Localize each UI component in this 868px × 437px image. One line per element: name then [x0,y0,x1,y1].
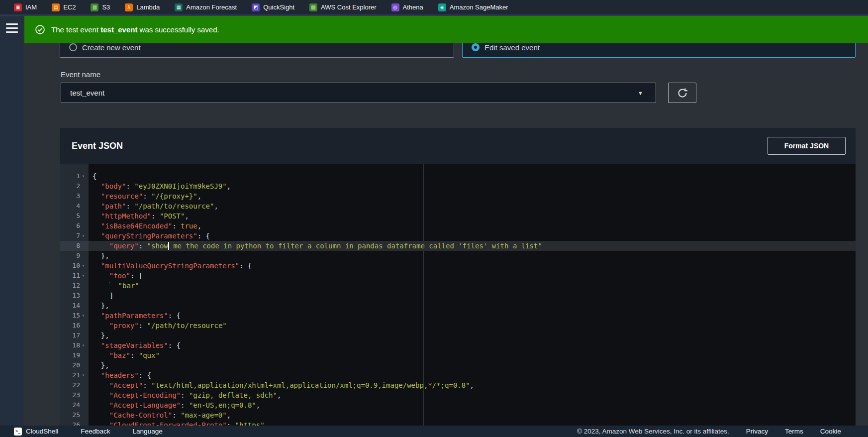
line-number[interactable]: 22 [72,380,80,390]
bookmark-ec2[interactable]: ▤EC2 [52,3,76,11]
line-number[interactable]: 21 [72,370,80,380]
token: "queryStringParameters" [101,232,197,240]
code-line[interactable]: 7▾ "queryStringParameters": { [60,231,856,241]
code-line[interactable]: 3 "resource": "/{proxy+}", [60,191,856,201]
fold-toggle-icon[interactable]: ▾ [80,271,87,281]
line-number[interactable]: 10 [72,261,80,271]
copyright-text: © 2023, Amazon Web Services, Inc. or its… [577,428,729,435]
line-number[interactable]: 24 [72,400,80,410]
line-number[interactable]: 20 [72,360,80,370]
token: : [130,351,139,359]
code-line[interactable]: 8 "query": "show me the code in python t… [60,241,856,251]
line-number[interactable]: 26 [72,420,80,426]
bookmark-s3[interactable]: ▥S3 [91,3,110,11]
gutter-cell: 5 [60,211,89,221]
token: : { [139,371,151,379]
bookmark-athena[interactable]: ◎Athena [391,3,423,11]
code-line[interactable]: 10▾ "multiValueQueryStringParameters": { [60,261,856,271]
code-line[interactable]: 1▾{ [60,171,856,181]
radio-unselected-icon[interactable] [69,43,77,51]
fold-toggle-icon[interactable]: ▾ [80,311,87,321]
line-number[interactable]: 11 [72,271,80,281]
bookmark-quicksight[interactable]: ◩QuickSight [252,3,294,11]
bookmark-amazon-forecast[interactable]: ▦Amazon Forecast [175,3,237,11]
code-line[interactable]: 21▾ "headers": { [60,370,856,380]
radio-selected-icon[interactable] [472,43,480,51]
code-line[interactable]: 16 "proxy": "/path/to/resource" [60,321,856,330]
bookmark-iam[interactable]: ▣IAM [14,3,37,11]
token: "/path/to/resource" [134,202,214,210]
cloudshell-label: CloudShell [26,428,58,435]
bookmark-aws-cost-explorer[interactable]: ▧AWS Cost Explorer [309,3,377,11]
code-line[interactable]: 18▾ "stageVariables": { [60,340,856,350]
line-number[interactable]: 8 [76,241,80,251]
line-number[interactable]: 2 [76,181,80,191]
line-number[interactable]: 1 [76,171,80,181]
code-line[interactable]: 23 "Accept-Encoding": "gzip, deflate, sd… [60,390,856,400]
json-code-editor[interactable]: 1▾{2 "body": "eyJ0ZXN0IjoiYm9keSJ9",3 "r… [60,164,856,426]
code-line[interactable]: 26 "CloudFront-Forwarded-Proto": "https"… [60,420,856,426]
fold-toggle-icon[interactable]: ▾ [80,370,87,380]
code-line[interactable]: 12 "bar" [60,281,856,291]
gutter-cell: 26 [60,420,89,426]
code-line[interactable]: 5 "httpMethod": "POST", [60,211,856,221]
event-name-select[interactable]: test_event ▼ [61,83,656,103]
bookmark-lambda[interactable]: λLambda [125,3,160,11]
line-number[interactable]: 17 [72,330,80,340]
cloudshell-button[interactable]: >_ CloudShell [14,428,58,436]
token: "show [147,242,168,250]
refresh-icon [677,88,688,99]
line-number[interactable]: 14 [72,301,80,311]
hamburger-menu-icon[interactable] [6,23,18,33]
code-line[interactable]: 22 "Accept": "text/html,application/xhtm… [60,380,856,390]
token: "en-US,en;q=0.8" [189,401,256,409]
code-line[interactable]: 2 "body": "eyJ0ZXN0IjoiYm9keSJ9", [60,181,856,191]
terms-link[interactable]: Terms [785,428,803,435]
code-line[interactable]: 17 }, [60,330,856,340]
line-number[interactable]: 7 [76,231,80,241]
code-line[interactable]: 9 }, [60,251,856,261]
line-number[interactable]: 9 [76,251,80,261]
line-number[interactable]: 18 [72,340,80,350]
athena-favicon-icon: ◎ [391,3,399,11]
code-line[interactable]: 25 "Cache-Control": "max-age=0", [60,410,856,420]
format-json-button[interactable]: Format JSON [768,137,846,155]
privacy-link[interactable]: Privacy [746,428,768,435]
fold-toggle-icon[interactable]: ▾ [80,231,87,241]
gutter-cell: 3 [60,191,89,201]
code-line[interactable]: 19 "baz": "qux" [60,350,856,360]
bookmark-amazon-sagemaker[interactable]: ◈Amazon SageMaker [438,3,508,11]
feedback-link[interactable]: Feedback [81,428,110,435]
line-number[interactable]: 25 [72,410,80,420]
token [93,351,109,359]
line-number[interactable]: 3 [76,191,80,201]
amazon-sagemaker-favicon-icon: ◈ [438,3,446,11]
fold-toggle-icon[interactable]: ▾ [80,261,87,271]
event-name-label: Event name [61,70,100,79]
code-line[interactable]: 6 "isBase64Encoded": true, [60,221,856,231]
code-line[interactable]: 20 }, [60,360,856,370]
language-link[interactable]: Language [133,428,163,435]
code-line[interactable]: 11▾ "foo": [ [60,271,856,281]
token: "https" [235,421,265,426]
line-number[interactable]: 12 [72,281,80,291]
cookie-preferences-link[interactable]: Cookie [820,428,841,435]
line-number[interactable]: 4 [76,201,80,211]
line-number[interactable]: 16 [72,321,80,330]
code-line[interactable]: 13 ] [60,291,856,301]
fold-toggle-icon[interactable]: ▾ [80,340,87,350]
line-number[interactable]: 13 [72,291,80,301]
code-line[interactable]: 4 "path": "/path/to/resource", [60,201,856,211]
bookmarks-bar: ▣IAM▤EC2▥S3λLambda▦Amazon Forecast◩Quick… [0,0,868,14]
code-line[interactable]: 15▾ "pathParameters": { [60,311,856,321]
line-number[interactable]: 5 [76,211,80,221]
code-line[interactable]: 24 "Accept-Language": "en-US,en;q=0.8", [60,400,856,410]
aws-cost-explorer-favicon-icon: ▧ [309,3,317,11]
line-number[interactable]: 6 [76,221,80,231]
line-number[interactable]: 19 [72,350,80,360]
refresh-button[interactable] [668,83,696,103]
code-line[interactable]: 14 }, [60,301,856,311]
fold-toggle-icon[interactable]: ▾ [80,171,87,181]
line-number[interactable]: 15 [72,311,80,321]
line-number[interactable]: 23 [72,390,80,400]
